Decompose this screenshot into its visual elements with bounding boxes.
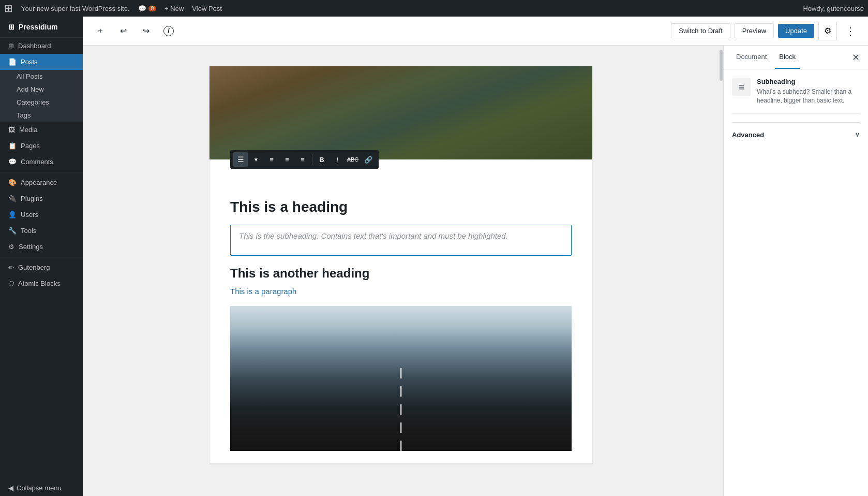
- sidebar-sub-all-posts[interactable]: All Posts: [0, 70, 83, 83]
- sidebar-atomic-blocks-label: Atomic Blocks: [18, 280, 61, 287]
- settings-icon: ⚙: [8, 243, 14, 251]
- align-dropdown-button[interactable]: ▼: [249, 152, 263, 167]
- undo-button[interactable]: ↩: [114, 22, 132, 40]
- block-title: Subheading: [757, 78, 860, 85]
- sidebar-pages-label: Pages: [21, 142, 40, 150]
- italic-button[interactable]: I: [330, 152, 345, 167]
- more-options-button[interactable]: ⋮: [841, 22, 860, 40]
- sidebar-item-comments[interactable]: 💬 Comments: [0, 154, 83, 170]
- subheading-block[interactable]: This is the subheading. Contains text th…: [230, 225, 572, 256]
- comments-item[interactable]: 💬 0: [138, 5, 157, 12]
- update-label: Update: [785, 27, 807, 35]
- panel-close-button[interactable]: ✕: [852, 46, 860, 69]
- info-icon: i: [163, 26, 174, 36]
- plugins-icon: 🔌: [8, 195, 17, 202]
- comment-count: 0: [148, 6, 157, 11]
- tools-icon: 🔧: [8, 227, 17, 235]
- formatting-toolbar: ☰ ▼ ≡ ≡: [230, 150, 379, 169]
- hero-image-block[interactable]: [209, 66, 592, 159]
- settings-panel-button[interactable]: ⚙: [818, 22, 837, 40]
- sidebar-settings-label: Settings: [19, 243, 43, 251]
- align-right-icon: ≡: [285, 156, 289, 164]
- redo-button[interactable]: ↪: [137, 22, 155, 40]
- new-label: + New: [164, 5, 184, 12]
- sidebar-item-tools[interactable]: 🔧 Tools: [0, 223, 83, 239]
- sidebar: ⊞ Pressidium ⊞ Dashboard 📄 Posts All Pos…: [0, 17, 83, 496]
- sidebar-separator-1: [0, 172, 83, 172]
- appearance-icon: 🎨: [8, 179, 17, 186]
- howdy-text: Howdy, gutencourse: [803, 5, 864, 12]
- block-tab-label: Block: [779, 53, 796, 61]
- sidebar-item-users[interactable]: 👤 Users: [0, 207, 83, 223]
- posts-icon: 📄: [8, 58, 17, 66]
- close-icon: ✕: [852, 52, 860, 63]
- align-left-button[interactable]: ☰: [233, 152, 248, 167]
- advanced-header[interactable]: Advanced ∨: [732, 129, 860, 141]
- align-right-button[interactable]: ≡: [280, 152, 294, 167]
- block-info-text: Subheading What's a subhead? Smaller tha…: [757, 78, 860, 105]
- update-button[interactable]: Update: [778, 24, 814, 38]
- block-info: ≡ Subheading What's a subhead? Smaller t…: [732, 78, 860, 114]
- block-description: What's a subhead? Smaller than a headlin…: [757, 87, 860, 105]
- sidebar-brand: ⊞ Pressidium: [0, 17, 83, 38]
- preview-button[interactable]: Preview: [735, 23, 774, 38]
- collapse-menu-button[interactable]: ◀ Collapse menu: [0, 480, 83, 496]
- toolbar-right: Switch to Draft Preview Update ⚙ ⋮: [671, 22, 860, 40]
- link-button[interactable]: 🔗: [361, 152, 376, 167]
- tab-document[interactable]: Document: [732, 46, 771, 69]
- sidebar-sub-categories[interactable]: Categories: [0, 96, 83, 109]
- switch-to-draft-button[interactable]: Switch to Draft: [671, 23, 730, 38]
- block-icon: ≡: [732, 78, 751, 96]
- sidebar-plugins-label: Plugins: [21, 195, 43, 202]
- main-layout: ⊞ Pressidium ⊞ Dashboard 📄 Posts All Pos…: [0, 17, 868, 496]
- sidebar-item-plugins[interactable]: 🔌 Plugins: [0, 191, 83, 207]
- heading-block[interactable]: ☰ ▼ ≡ ≡: [230, 172, 572, 216]
- sidebar-separator-2: [0, 257, 83, 257]
- info-button[interactable]: i: [159, 22, 178, 40]
- view-post-link[interactable]: View Post: [192, 5, 222, 12]
- sidebar-item-media[interactable]: 🖼 Media: [0, 122, 83, 138]
- add-block-button[interactable]: +: [91, 22, 110, 40]
- align-justify-icon: ≡: [301, 156, 305, 164]
- sidebar-dashboard-label: Dashboard: [18, 42, 51, 50]
- post-body: ☰ ▼ ≡ ≡: [209, 159, 592, 463]
- sidebar-sub-tags[interactable]: Tags: [0, 109, 83, 122]
- panel-scroll-track[interactable]: [719, 46, 723, 496]
- sidebar-item-appearance[interactable]: 🎨 Appearance: [0, 174, 83, 191]
- sidebar-comments-label: Comments: [21, 158, 53, 166]
- sidebar-posts-label: Posts: [21, 58, 38, 66]
- users-icon: 👤: [8, 211, 17, 218]
- pages-icon: 📋: [8, 142, 17, 150]
- align-justify-button[interactable]: ≡: [295, 152, 310, 167]
- fmt-divider-1: [312, 154, 312, 165]
- align-center-button[interactable]: ≡: [264, 152, 279, 167]
- italic-icon: I: [336, 156, 338, 164]
- wp-logo-item[interactable]: ⊞: [4, 2, 13, 14]
- posts-submenu: All Posts Add New Categories Tags: [0, 70, 83, 122]
- road-image-block[interactable]: [230, 306, 572, 451]
- align-dropdown-icon: ▼: [253, 157, 259, 163]
- sidebar-item-pages[interactable]: 📋 Pages: [0, 138, 83, 154]
- sidebar-item-dashboard[interactable]: ⊞ Dashboard: [0, 38, 83, 54]
- subheading-placeholder: This is the subheading. Contains text th…: [239, 231, 563, 240]
- add-block-icon: +: [98, 26, 102, 36]
- post-heading-2[interactable]: This is another heading: [230, 266, 572, 281]
- sidebar-sub-add-new[interactable]: Add New: [0, 83, 83, 96]
- undo-icon: ↩: [120, 26, 127, 36]
- site-name-item[interactable]: Your new super fast WordPress site.: [21, 5, 130, 12]
- sidebar-item-settings[interactable]: ⚙ Settings: [0, 239, 83, 255]
- new-button[interactable]: + New: [164, 5, 184, 12]
- strikethrough-button[interactable]: ABC: [346, 152, 360, 167]
- sidebar-gutenberg-label: Gutenberg: [18, 264, 50, 271]
- sidebar-item-atomic-blocks[interactable]: ⬡ Atomic Blocks: [0, 275, 83, 291]
- tab-block[interactable]: Block: [775, 46, 800, 69]
- editor-canvas[interactable]: ☰ ▼ ≡ ≡: [83, 46, 719, 496]
- post-paragraph[interactable]: This is a paragraph: [230, 287, 572, 296]
- sidebar-item-gutenberg[interactable]: ✏ Gutenberg: [0, 259, 83, 275]
- gutenberg-icon: ✏: [8, 264, 14, 271]
- post-heading-1[interactable]: This is a heading: [230, 198, 572, 216]
- bold-button[interactable]: B: [315, 152, 329, 167]
- site-name-text: Your new super fast WordPress site.: [21, 5, 130, 12]
- sidebar-item-posts[interactable]: 📄 Posts: [0, 54, 83, 70]
- align-left-icon: ☰: [237, 155, 244, 164]
